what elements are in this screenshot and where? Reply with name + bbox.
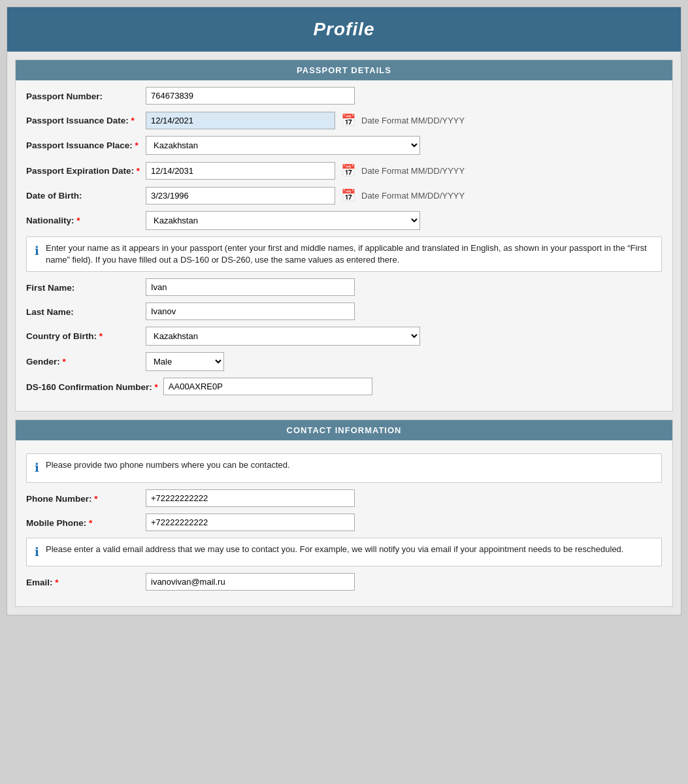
gender-row: Gender: * Male Female <box>26 352 662 371</box>
dob-format: Date Format MM/DD/YYYY <box>361 191 465 201</box>
dob-controls: 📅 Date Format MM/DD/YYYY <box>146 186 465 204</box>
name-info-box: ℹ Enter your name as it appears in your … <box>26 237 662 272</box>
first-name-label: First Name: <box>26 278 140 294</box>
ds160-required: * <box>155 382 158 392</box>
last-name-row: Last Name: <box>26 302 662 320</box>
issuance-date-controls: 📅 Date Format MM/DD/YYYY <box>146 111 465 129</box>
country-of-birth-select[interactable]: Kazakhstan Russia USA Other <box>146 327 420 346</box>
mobile-input[interactable] <box>146 514 355 531</box>
nationality-label: Nationality: * <box>26 211 140 227</box>
first-name-row: First Name: <box>26 278 662 296</box>
email-row: Email: * <box>26 573 662 591</box>
expiration-date-label: Passport Expiration Date: * <box>26 161 140 177</box>
expiration-date-format: Date Format MM/DD/YYYY <box>361 166 465 176</box>
passport-section-header: PASSPORT DETAILS <box>16 60 672 80</box>
gender-select[interactable]: Male Female <box>146 352 224 371</box>
email-info-text: Please enter a valid email address that … <box>46 544 623 555</box>
contact-info-box: ℹ Please provide two phone numbers where… <box>26 453 662 482</box>
issuance-place-required: * <box>135 140 139 150</box>
ds160-row: DS-160 Confirmation Number: * <box>26 378 662 395</box>
last-name-label: Last Name: <box>26 302 140 318</box>
issuance-date-calendar-icon[interactable]: 📅 <box>339 111 357 129</box>
gender-label: Gender: * <box>26 352 140 368</box>
issuance-place-row: Passport Issuance Place: * Kazakhstan Ru… <box>26 136 662 155</box>
dob-input[interactable] <box>146 187 335 204</box>
gender-required: * <box>63 357 66 367</box>
dob-calendar-icon[interactable]: 📅 <box>339 186 357 204</box>
dob-row: Date of Birth: 📅 Date Format MM/DD/YYYY <box>26 186 662 204</box>
passport-section-body: Passport Number: Passport Issuance Date:… <box>16 80 672 411</box>
nationality-required: * <box>76 216 80 225</box>
name-info-icon: ℹ <box>35 243 39 259</box>
country-of-birth-label: Country of Birth: * <box>26 327 140 342</box>
name-info-text: Enter your name as it appears in your pa… <box>46 242 653 266</box>
phone-row: Phone Number: * <box>26 489 662 507</box>
contact-info-icon: ℹ <box>35 460 39 476</box>
mobile-required: * <box>89 518 92 528</box>
issuance-date-input[interactable] <box>146 112 335 129</box>
phone-input[interactable] <box>146 489 355 507</box>
issuance-date-format: Date Format MM/DD/YYYY <box>361 116 465 125</box>
expiration-date-calendar-icon[interactable]: 📅 <box>339 161 357 180</box>
email-info-box: ℹ Please enter a valid email address tha… <box>26 538 662 566</box>
passport-number-row: Passport Number: <box>26 87 662 105</box>
page-title: Profile <box>313 19 374 39</box>
passport-number-label: Passport Number: <box>26 87 140 103</box>
phone-required: * <box>94 494 97 504</box>
expiration-date-row: Passport Expiration Date: * 📅 Date Forma… <box>26 161 662 180</box>
last-name-input[interactable] <box>146 302 355 320</box>
issuance-date-required: * <box>131 116 135 125</box>
issuance-date-label: Passport Issuance Date: * <box>26 111 140 127</box>
contact-info-text: Please provide two phone numbers where y… <box>46 459 290 471</box>
expiration-date-input[interactable] <box>146 162 335 180</box>
first-name-input[interactable] <box>146 278 355 296</box>
page-container: Profile PASSPORT DETAILS Passport Number… <box>7 7 681 615</box>
mobile-label: Mobile Phone: * <box>26 514 140 529</box>
ds160-label: DS-160 Confirmation Number: * <box>26 378 158 393</box>
issuance-place-label: Passport Issuance Place: * <box>26 136 140 152</box>
expiration-date-required: * <box>137 166 140 176</box>
issuance-place-select[interactable]: Kazakhstan Russia USA Other <box>146 136 420 155</box>
contact-section: CONTACT INFORMATION ℹ Please provide two… <box>15 419 673 606</box>
email-info-icon: ℹ <box>35 544 39 561</box>
ds160-input[interactable] <box>163 378 372 395</box>
email-required: * <box>55 578 58 587</box>
phone-label: Phone Number: * <box>26 489 140 505</box>
page-header: Profile <box>7 7 681 52</box>
nationality-select[interactable]: Kazakhstan Russia USA Other <box>146 211 420 230</box>
country-of-birth-row: Country of Birth: * Kazakhstan Russia US… <box>26 327 662 346</box>
form-wrapper: PASSPORT DETAILS Passport Number: Passpo… <box>7 52 681 615</box>
contact-section-body: ℹ Please provide two phone numbers where… <box>16 440 672 606</box>
mobile-row: Mobile Phone: * <box>26 514 662 531</box>
passport-number-input[interactable] <box>146 87 355 105</box>
dob-label: Date of Birth: <box>26 186 140 202</box>
email-label: Email: * <box>26 573 140 589</box>
issuance-date-row: Passport Issuance Date: * 📅 Date Format … <box>26 111 662 129</box>
expiration-date-controls: 📅 Date Format MM/DD/YYYY <box>146 161 465 180</box>
contact-section-header: CONTACT INFORMATION <box>16 420 672 440</box>
nationality-row: Nationality: * Kazakhstan Russia USA Oth… <box>26 211 662 230</box>
email-input[interactable] <box>146 573 355 591</box>
passport-section: PASSPORT DETAILS Passport Number: Passpo… <box>15 59 673 412</box>
country-of-birth-required: * <box>99 331 103 341</box>
